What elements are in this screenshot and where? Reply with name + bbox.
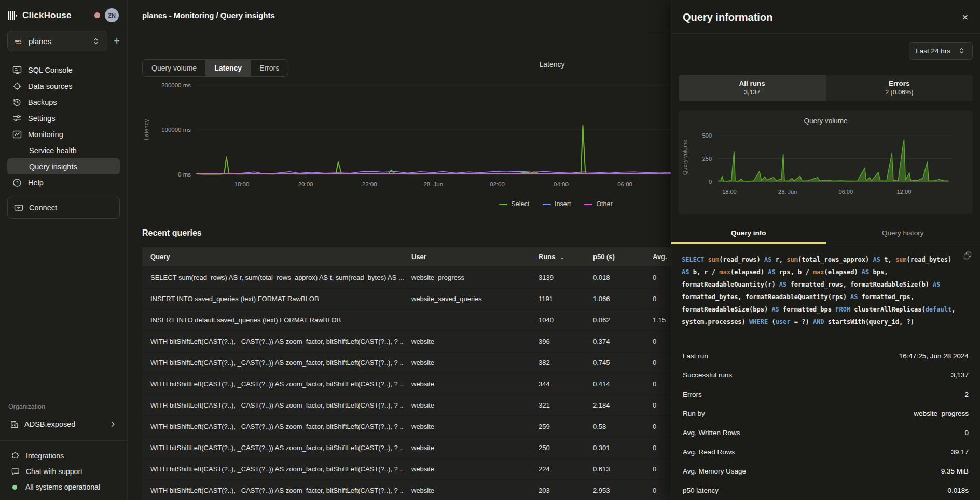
sidebar-item-settings[interactable]: Settings	[7, 110, 120, 126]
user-avatar[interactable]: ZN	[105, 8, 119, 22]
table-row[interactable]: WITH bitShiftLeft(CAST(?..), _CAST(?..))…	[142, 353, 702, 373]
stat-row-errors: Errors2	[683, 385, 969, 404]
table-row[interactable]: INSERT INTO saved_queries (text) FORMAT …	[142, 289, 702, 309]
cell-runs: 382	[531, 353, 586, 373]
table-row[interactable]: WITH bitShiftLeft(CAST(?..), _CAST(?..))…	[142, 331, 702, 352]
sidebar-item-backups[interactable]: Backups	[7, 94, 120, 110]
time-range-selector[interactable]: Last 24 hrs	[909, 42, 973, 60]
copy-icon[interactable]	[963, 251, 972, 261]
cell-user: website	[404, 480, 531, 500]
svg-text:12:00: 12:00	[897, 188, 912, 195]
panel-title: Query information	[683, 11, 772, 23]
connect-button[interactable]: Connect	[7, 197, 120, 219]
table-row[interactable]: WITH bitShiftLeft(CAST(?..), _CAST(?..))…	[142, 416, 702, 437]
table-row[interactable]: INSERT INTO default.saved_queries (text)…	[142, 310, 702, 330]
tab-query-info[interactable]: Query info	[671, 224, 826, 244]
sidebar-item-data-sources[interactable]: Data sources	[7, 78, 120, 94]
stat-value: 3,137	[951, 371, 969, 379]
sidebar-item-label: Monitoring	[28, 130, 63, 139]
segment-errors[interactable]: Errors2 (0.06%)	[826, 75, 973, 101]
table-row[interactable]: SELECT sum(read_rows) AS r, sum(total_ro…	[142, 267, 702, 288]
clickhouse-logo-icon[interactable]	[8, 11, 18, 20]
chevron-right-icon	[108, 420, 118, 429]
runs-errors-segments: All runs3,137Errors2 (0.06%)	[679, 75, 973, 101]
legend-item-other[interactable]: Other	[584, 200, 612, 208]
cell-p50-s: 0.062	[586, 310, 645, 330]
sidebar-footer: IntegrationsChat with supportAll systems…	[7, 448, 120, 495]
column-header-user[interactable]: User	[404, 247, 531, 266]
svg-text:18:00: 18:00	[234, 181, 250, 187]
sql-code-block: SELECT sum(read_rows) AS r, sum(total_ro…	[671, 244, 980, 338]
stat-label: p50 latency	[683, 487, 719, 494]
tab-errors[interactable]: Errors	[251, 60, 288, 76]
notification-dot[interactable]	[94, 12, 100, 18]
stat-row-avg-memory-usage: Avg. Memory Usage9.35 MiB	[683, 462, 969, 481]
cell-p50-s: 2.184	[586, 395, 645, 415]
svg-text:06:00: 06:00	[617, 181, 632, 187]
sidebar-item-sql-console[interactable]: SQL Console	[7, 62, 120, 78]
sidebar-item-monitoring[interactable]: Monitoring	[7, 126, 120, 142]
table-row[interactable]: WITH bitShiftLeft(CAST(?..), _CAST(?..))…	[142, 395, 702, 415]
cell-p50-s: 0.745	[586, 353, 645, 373]
svg-text:0 ms: 0 ms	[178, 171, 191, 178]
stat-value: website_progress	[914, 410, 969, 417]
legend-item-select[interactable]: Select	[499, 200, 529, 208]
table-row[interactable]: WITH bitShiftLeft(CAST(?..), _CAST(?..))…	[142, 480, 702, 500]
svg-text:100000 ms: 100000 ms	[161, 127, 191, 133]
column-header-runs[interactable]: Runs ⌄	[531, 247, 586, 266]
console-icon	[12, 65, 22, 75]
tab-latency[interactable]: Latency	[205, 60, 251, 76]
cell-query: INSERT INTO default.saved_queries (text)…	[142, 310, 404, 330]
cell-runs: 259	[531, 416, 586, 437]
panel-header: Query information ✕	[671, 0, 980, 34]
aws-icon: aws	[14, 36, 23, 46]
table-row[interactable]: WITH bitShiftLeft(CAST(?..), _CAST(?..))…	[142, 438, 702, 458]
table-row[interactable]: WITH bitShiftLeft(CAST(?..), _CAST(?..))…	[142, 374, 702, 394]
stat-row-avg-read-rows: Avg. Read Rows39.17	[683, 442, 969, 462]
sidebar-item-integrations[interactable]: Integrations	[7, 448, 120, 464]
cell-query: WITH bitShiftLeft(CAST(?..), _CAST(?..))…	[142, 459, 404, 479]
tab-query-volume[interactable]: Query volume	[143, 60, 205, 76]
cell-query: WITH bitShiftLeft(CAST(?..), _CAST(?..))…	[142, 331, 404, 352]
legend-swatch	[543, 204, 551, 205]
svg-text:200000 ms: 200000 ms	[161, 82, 191, 88]
cell-query: WITH bitShiftLeft(CAST(?..), _CAST(?..))…	[142, 374, 404, 394]
svg-text:?: ?	[16, 180, 18, 185]
cell-p50-s: 0.58	[586, 416, 645, 437]
add-service-button[interactable]: +	[114, 36, 120, 46]
stat-value: 0	[964, 429, 969, 437]
svg-text:04:00: 04:00	[554, 181, 569, 187]
svg-text:06:00: 06:00	[839, 188, 853, 195]
cell-query: WITH bitShiftLeft(CAST(?..), _CAST(?..))…	[142, 353, 404, 373]
column-header-query[interactable]: Query	[142, 247, 404, 266]
cell-user: website	[404, 438, 531, 458]
connect-icon	[14, 203, 23, 212]
legend-item-insert[interactable]: Insert	[543, 200, 571, 208]
cell-p50-s: 0.414	[586, 374, 645, 394]
latency-chart-title: Latency	[474, 60, 630, 69]
svg-text:28. Jun: 28. Jun	[423, 181, 443, 187]
close-icon[interactable]: ✕	[962, 12, 969, 22]
cell-p50-s: 0.301	[586, 438, 645, 458]
cell-p50-s: 0.613	[586, 459, 645, 479]
cell-user	[404, 310, 531, 330]
tab-query-history[interactable]: Query history	[826, 224, 980, 244]
sidebar-item-chat-with-support[interactable]: Chat with support	[7, 464, 120, 479]
sidebar-item-help[interactable]: ?Help	[7, 174, 120, 191]
service-selector[interactable]: aws planes	[7, 31, 107, 51]
sidebar-item-all-systems-operational[interactable]: All systems operational	[7, 479, 120, 495]
sidebar-item-query-insights[interactable]: Query insights	[7, 158, 120, 174]
chart-tabs: Query volumeLatencyErrors	[142, 59, 288, 77]
query-stats: Last run16:47:25, Jun 28 2024Successful …	[671, 346, 980, 500]
sidebar-item-service-health[interactable]: Service health	[7, 142, 120, 158]
table-row[interactable]: WITH bitShiftLeft(CAST(?..), _CAST(?..))…	[142, 459, 702, 479]
organization-name: ADSB.exposed	[24, 420, 103, 428]
column-header-p50-s[interactable]: p50 (s)	[586, 247, 645, 266]
segment-all-runs[interactable]: All runs3,137	[679, 75, 826, 101]
stat-value: 9.35 MiB	[941, 467, 969, 475]
cell-p50-s: 0.018	[586, 267, 645, 288]
app: ClickHouse ZN aws planes + SQL ConsoleDa…	[0, 0, 980, 500]
sidebar-item-label: Query insights	[29, 163, 77, 171]
organization-row[interactable]: ADSB.exposed	[7, 416, 120, 432]
chevron-updown-icon	[957, 46, 966, 56]
